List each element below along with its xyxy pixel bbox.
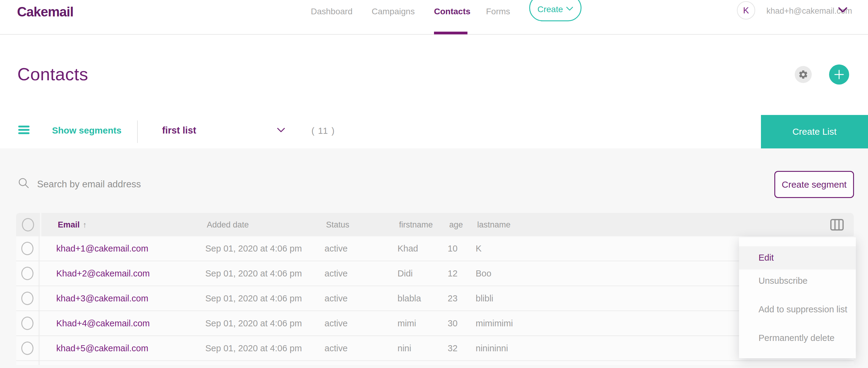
cakemail-logo[interactable]: Cakemail [17,4,73,20]
table-row[interactable] [16,361,854,365]
cell-lastname: blibli [476,294,493,304]
contacts-page: Cakemail Dashboard Campaigns Contacts Fo… [0,0,868,368]
account-menu-chevron-icon[interactable] [838,7,847,14]
table-row[interactable]: khad+1@cakemail.com Sep 01, 2020 at 4:06… [16,236,854,261]
menu-item-add-to-suppression-list-label: Add to suppression list [758,304,847,314]
list-selector[interactable]: first list [162,123,287,141]
chevron-down-icon [566,3,573,13]
nav-item-campaigns[interactable]: Campaigns [372,7,415,17]
table-row[interactable]: Khad+2@cakemail.com Sep 01, 2020 at 4:06… [16,261,854,286]
lists-menu-icon[interactable] [18,126,30,136]
row-checkbox[interactable] [21,292,33,305]
row-checkbox[interactable] [21,316,33,330]
row-cells: Khad+4@cakemail.com Sep 01, 2020 at 4:06… [40,311,854,335]
cell-email[interactable]: Khad+4@cakemail.com [56,318,150,329]
chevron-down-icon [277,128,285,134]
cell-lastname: mimimimi [476,318,513,329]
cell-firstname: blabla [398,294,421,304]
show-segments-link[interactable]: Show segments [52,125,121,136]
table-row[interactable]: khad+5@cakemail.com Sep 01, 2020 at 4:06… [16,336,854,361]
table-header-cells: Email↑ Added date Status firstname age l… [41,213,854,236]
menu-item-permanently-delete[interactable]: Permanently delete [739,327,856,350]
select-all-cell [16,213,40,236]
cell-age: 10 [448,244,457,254]
column-header-status[interactable]: Status [326,220,349,229]
cell-added-date: Sep 01, 2020 at 4:06 pm [205,318,302,329]
column-header-email-label: Email [58,220,80,229]
contact-count: ( 11 ) [311,126,335,136]
contacts-table: Email↑ Added date Status firstname age l… [16,213,854,365]
cell-status: active [324,269,348,279]
row-select-cell [16,361,40,365]
row-select-cell [16,336,40,360]
menu-item-edit-label: Edit [758,253,774,263]
cell-firstname: nini [398,343,411,354]
active-tab-underline [434,32,467,34]
cell-lastname: K [476,244,482,254]
menu-item-permanently-delete-label: Permanently delete [758,333,835,343]
column-header-age[interactable]: age [449,220,463,229]
row-cells [40,361,854,365]
cell-lastname: ninininni [476,343,508,354]
cell-age: 12 [448,269,457,279]
cell-lastname: Boo [476,269,492,279]
row-select-cell [16,236,40,260]
row-actions-menu: Edit Unsubscribe Add to suppression list… [739,237,856,358]
cell-status: active [324,318,348,329]
cell-status: active [324,294,348,304]
create-segment-label: Create segment [782,179,846,190]
list-settings-button[interactable] [795,66,812,83]
add-contact-button[interactable] [829,64,849,85]
nav-item-contacts[interactable]: Contacts [434,7,470,17]
cell-firstname: mimi [398,318,416,329]
avatar[interactable]: K [737,1,755,20]
cell-status: active [324,343,348,354]
table-header: Email↑ Added date Status firstname age l… [16,213,854,236]
column-header-lastname[interactable]: lastname [477,220,510,229]
create-segment-button[interactable]: Create segment [774,171,854,198]
nav-item-dashboard[interactable]: Dashboard [311,7,352,17]
create-button-label: Create [537,5,563,14]
toolbar-divider [137,120,138,143]
page-title: Contacts [17,64,88,84]
create-list-label: Create List [792,126,836,137]
row-cells: Khad+2@cakemail.com Sep 01, 2020 at 4:06… [40,261,854,285]
table-row[interactable]: khad+3@cakemail.com Sep 01, 2020 at 4:06… [16,286,854,311]
menu-item-unsubscribe[interactable]: Unsubscribe [739,270,856,293]
row-select-cell [16,261,40,285]
cell-age: 30 [448,318,457,329]
cell-email[interactable]: Khad+2@cakemail.com [56,269,150,279]
cell-email[interactable]: khad+3@cakemail.com [56,294,148,304]
plus-icon [833,69,845,80]
table-row[interactable]: Khad+4@cakemail.com Sep 01, 2020 at 4:06… [16,311,854,336]
column-header-firstname[interactable]: firstname [399,220,433,229]
row-cells: khad+1@cakemail.com Sep 01, 2020 at 4:06… [40,236,854,260]
menu-item-edit[interactable]: Edit [739,246,856,270]
cell-email[interactable]: khad+5@cakemail.com [56,343,148,354]
menu-item-unsubscribe-label: Unsubscribe [758,276,807,286]
cell-added-date: Sep 01, 2020 at 4:06 pm [205,294,302,304]
nav-item-forms[interactable]: Forms [486,7,510,17]
cell-added-date: Sep 01, 2020 at 4:06 pm [205,343,302,354]
column-header-added-date[interactable]: Added date [207,220,249,229]
row-checkbox[interactable] [21,242,33,255]
cell-firstname: Didi [398,269,413,279]
cell-email[interactable]: khad+1@cakemail.com [56,244,148,254]
row-cells: khad+5@cakemail.com Sep 01, 2020 at 4:06… [40,336,854,360]
row-checkbox[interactable] [21,267,33,280]
select-all-checkbox[interactable] [22,218,34,232]
menu-item-add-to-suppression-list[interactable]: Add to suppression list [739,293,856,327]
cell-status: active [324,244,348,254]
gear-icon [798,69,808,80]
cell-age: 23 [448,294,457,304]
sort-asc-icon: ↑ [83,220,87,229]
search-icon [18,177,30,189]
create-button[interactable]: Create [529,0,582,21]
columns-icon[interactable] [830,219,844,231]
selected-list-name: first list [162,125,196,136]
row-checkbox[interactable] [21,341,33,355]
top-navigation: Cakemail Dashboard Campaigns Contacts Fo… [0,0,868,35]
column-header-email[interactable]: Email↑ [58,220,87,229]
search-input[interactable] [37,177,311,192]
create-list-button[interactable]: Create List [761,115,868,148]
